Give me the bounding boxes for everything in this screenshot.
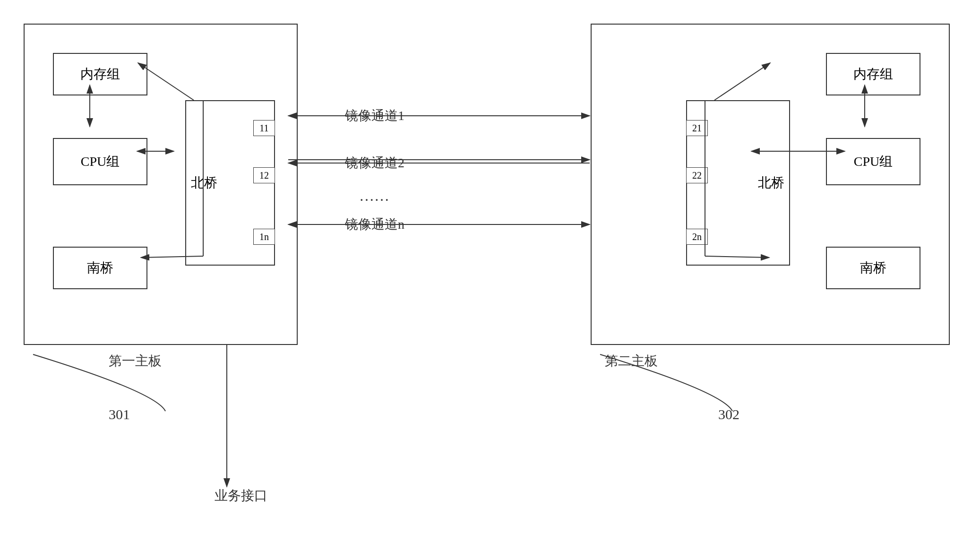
channel-2-label: 镜像通道2 — [345, 154, 404, 172]
channel-n-label: 镜像通道n — [345, 215, 404, 233]
bottom-interface-label: 业务接口 — [194, 487, 288, 505]
right-south-label: 南桥 — [860, 259, 886, 277]
right-memory-box: 内存组 — [826, 53, 920, 95]
right-cpu-label: CPU组 — [854, 153, 893, 171]
right-north-bridge: 21 22 2n 北桥 — [686, 100, 790, 266]
port-2n: 2n — [686, 229, 708, 245]
channel-ellipsis-label: …… — [359, 187, 389, 205]
right-memory-label: 内存组 — [853, 65, 893, 83]
left-cpu-box: CPU组 — [53, 138, 147, 185]
left-north-bridge-label: 北桥 — [191, 174, 217, 192]
right-south-box: 南桥 — [826, 247, 920, 289]
port-1n: 1n — [253, 229, 275, 245]
left-south-box: 南桥 — [53, 247, 147, 289]
right-board-id: 302 — [718, 406, 739, 422]
right-north-bridge-label: 北桥 — [758, 174, 784, 192]
left-memory-label: 内存组 — [80, 65, 120, 83]
right-motherboard: 内存组 CPU组 南桥 21 22 2n 北桥 — [591, 24, 950, 345]
left-board-label: 第一主板 — [109, 352, 162, 370]
left-motherboard: 内存组 CPU组 南桥 北桥 11 12 1n — [24, 24, 298, 345]
channel-1-label: 镜像通道1 — [345, 107, 404, 125]
left-memory-box: 内存组 — [53, 53, 147, 95]
right-cpu-box: CPU组 — [826, 138, 920, 185]
diagram-container: 内存组 CPU组 南桥 北桥 11 12 1n 内存组 — [14, 14, 964, 515]
left-north-bridge: 北桥 11 12 1n — [185, 100, 275, 266]
port-21: 21 — [686, 120, 708, 136]
left-board-id: 301 — [109, 406, 130, 422]
right-board-label: 第二主板 — [605, 352, 658, 370]
port-22: 22 — [686, 167, 708, 183]
left-south-label: 南桥 — [87, 259, 113, 277]
port-12: 12 — [253, 167, 275, 183]
left-cpu-label: CPU组 — [81, 153, 120, 171]
port-11: 11 — [253, 120, 275, 136]
